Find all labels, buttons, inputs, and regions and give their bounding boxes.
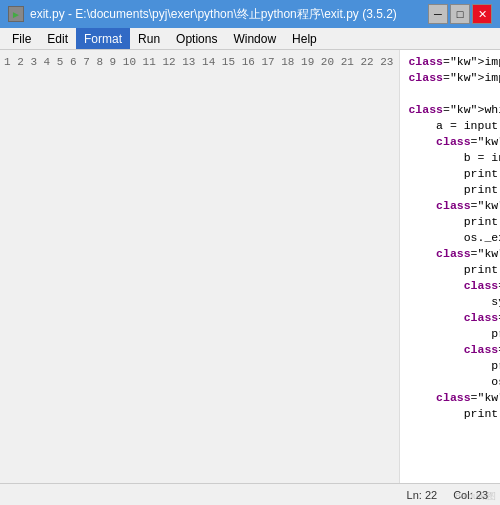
editor-container: 1 2 3 4 5 6 7 8 9 10 11 12 13 14 15 16 1… (0, 50, 500, 483)
code-line-16: sys.exit(class="num">0) (408, 294, 492, 310)
code-line-6: class="kw">if a.isdigit(): (408, 134, 492, 150)
code-area[interactable]: class="kw">import osclass="kw">import sy… (400, 50, 500, 483)
menu-options[interactable]: Options (168, 28, 225, 49)
code-line-2: class="kw">import sys (408, 70, 492, 86)
code-line-10: class="kw">elif class="str">'q' == a cla… (408, 198, 492, 214)
code-line-21: os._exit(class="num">0) (408, 374, 492, 390)
menu-run[interactable]: Run (130, 28, 168, 49)
maximize-button[interactable]: □ (450, 4, 470, 24)
menu-edit[interactable]: Edit (39, 28, 76, 49)
code-line-19: class="kw">finally: (408, 342, 492, 358)
line-indicator: Ln: 22 (407, 489, 438, 501)
code-line-9: print(class="str">"[:{d}".format(int(a))… (408, 182, 492, 198)
line-numbers: 1 2 3 4 5 6 7 8 9 10 11 12 13 14 15 16 1… (0, 50, 400, 483)
status-bar: Ln: 22 Col: 23 (0, 483, 500, 505)
code-line-18: print(class="str">"程序即将结束……") (408, 326, 492, 342)
code-line-20: print(class="str">"程序清除完毕") (408, 358, 492, 374)
code-line-3 (408, 86, 492, 102)
code-line-13: class="kw">elif class="str">'e' == a cla… (408, 246, 492, 262)
code-line-15: class="kw">try: (408, 278, 492, 294)
editor-body: 1 2 3 4 5 6 7 8 9 10 11 12 13 14 15 16 1… (0, 50, 500, 483)
menu-format[interactable]: Format (76, 28, 130, 49)
code-line-4: class="kw">while class="kw">True: (408, 102, 492, 118)
code-line-17: class="kw">except: (408, 310, 492, 326)
menu-bar: File Edit Format Run Options Window Help (0, 28, 500, 50)
code-line-8: print(class="str">"Hello") (408, 166, 492, 182)
window-title: exit.py - E:\documents\pyj\exer\python\终… (30, 6, 428, 23)
menu-file[interactable]: File (4, 28, 39, 49)
menu-window[interactable]: Window (225, 28, 284, 49)
app-icon: ► (8, 6, 24, 22)
code-line-14: print(class="str">"end by e") (408, 262, 492, 278)
code-line-1: class="kw">import os (408, 54, 492, 70)
code-line-5: a = input(class="str">"Input a num ") (408, 118, 492, 134)
code-line-11: print(class="str">"quit by q") (408, 214, 492, 230)
menu-help[interactable]: Help (284, 28, 325, 49)
minimize-button[interactable]: ─ (428, 4, 448, 24)
code-line-7: b = int(a) ** class="num">2 (408, 150, 492, 166)
title-bar: ► exit.py - E:\documents\pyj\exer\python… (0, 0, 500, 28)
window-controls: ─ □ ✕ (428, 4, 492, 24)
code-line-23: print(class="str">"you input : " + a) (408, 406, 492, 422)
col-indicator: Col: 23 (453, 489, 488, 501)
code-line-12: os._exit(class="num">0) (408, 230, 492, 246)
close-button[interactable]: ✕ (472, 4, 492, 24)
code-line-22: class="kw">else: (408, 390, 492, 406)
